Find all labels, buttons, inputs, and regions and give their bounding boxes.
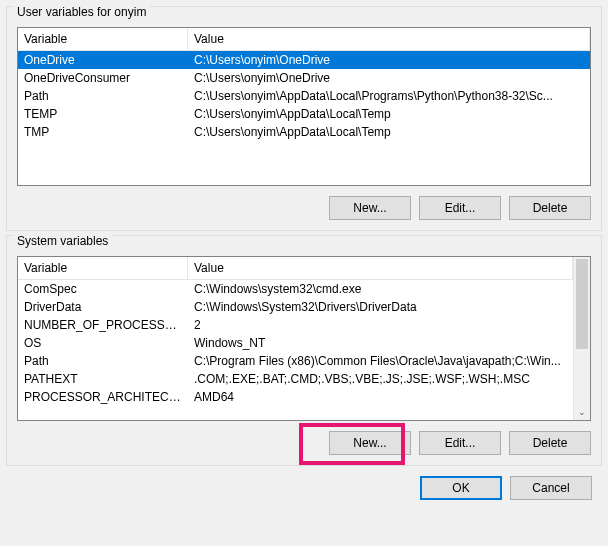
system-delete-button[interactable]: Delete — [509, 431, 591, 455]
cell-variable: ComSpec — [18, 280, 188, 298]
cell-value: C:\Users\onyim\AppData\Local\Programs\Py… — [188, 87, 590, 105]
scrollbar-thumb[interactable] — [576, 259, 588, 349]
system-new-button[interactable]: New... — [329, 431, 411, 455]
user-header-value[interactable]: Value — [188, 28, 590, 50]
user-table-body[interactable]: OneDriveC:\Users\onyim\OneDriveOneDriveC… — [18, 51, 590, 185]
user-delete-button[interactable]: Delete — [509, 196, 591, 220]
system-table-header: Variable Value — [18, 257, 573, 280]
system-header-variable[interactable]: Variable — [18, 257, 188, 280]
user-button-row: New... Edit... Delete — [17, 196, 591, 220]
table-row[interactable]: OSWindows_NT — [18, 334, 573, 352]
system-variables-table[interactable]: Variable Value ComSpecC:\Windows\system3… — [17, 256, 591, 421]
cell-variable: OneDrive — [18, 51, 188, 69]
user-variables-table[interactable]: Variable Value OneDriveC:\Users\onyim\On… — [17, 27, 591, 186]
table-row[interactable]: OneDriveConsumerC:\Users\onyim\OneDrive — [18, 69, 590, 87]
system-table-body[interactable]: ComSpecC:\Windows\system32\cmd.exeDriver… — [18, 280, 573, 420]
cell-variable: NUMBER_OF_PROCESSORS — [18, 316, 188, 334]
system-variables-label: System variables — [13, 234, 112, 248]
cell-value: C:\Windows\system32\cmd.exe — [188, 280, 573, 298]
cell-variable: Path — [18, 352, 188, 370]
cell-variable: TMP — [18, 123, 188, 141]
dialog-footer: OK Cancel — [0, 470, 608, 510]
user-variables-label: User variables for onyim — [13, 5, 150, 19]
cell-variable: OS — [18, 334, 188, 352]
ok-button[interactable]: OK — [420, 476, 502, 500]
user-new-button[interactable]: New... — [329, 196, 411, 220]
table-row[interactable]: DriverDataC:\Windows\System32\Drivers\Dr… — [18, 298, 573, 316]
table-row[interactable]: TEMPC:\Users\onyim\AppData\Local\Temp — [18, 105, 590, 123]
table-row[interactable]: OneDriveC:\Users\onyim\OneDrive — [18, 51, 590, 69]
table-row[interactable]: PathC:\Program Files (x86)\Common Files\… — [18, 352, 573, 370]
system-variables-group: System variables Variable Value ComSpecC… — [6, 235, 602, 466]
cell-variable: DriverData — [18, 298, 188, 316]
table-row[interactable]: PATHEXT.COM;.EXE;.BAT;.CMD;.VBS;.VBE;.JS… — [18, 370, 573, 388]
cell-value: C:\Users\onyim\OneDrive — [188, 51, 590, 69]
user-header-variable[interactable]: Variable — [18, 28, 188, 50]
table-row[interactable]: TMPC:\Users\onyim\AppData\Local\Temp — [18, 123, 590, 141]
system-header-value[interactable]: Value — [188, 257, 573, 280]
cell-variable: PROCESSOR_ARCHITECTURE — [18, 388, 188, 406]
system-edit-button[interactable]: Edit... — [419, 431, 501, 455]
cell-value: C:\Program Files (x86)\Common Files\Orac… — [188, 352, 573, 370]
cell-value: C:\Windows\System32\Drivers\DriverData — [188, 298, 573, 316]
cell-value: Windows_NT — [188, 334, 573, 352]
user-table-header: Variable Value — [18, 28, 590, 51]
cell-variable: TEMP — [18, 105, 188, 123]
user-variables-group: User variables for onyim Variable Value … — [6, 6, 602, 231]
cell-variable: Path — [18, 87, 188, 105]
cell-value: 2 — [188, 316, 573, 334]
scrollbar-down-icon[interactable]: ⌄ — [574, 403, 590, 420]
cell-variable: OneDriveConsumer — [18, 69, 188, 87]
table-row[interactable]: ComSpecC:\Windows\system32\cmd.exe — [18, 280, 573, 298]
cell-value: C:\Users\onyim\AppData\Local\Temp — [188, 105, 590, 123]
user-edit-button[interactable]: Edit... — [419, 196, 501, 220]
cell-variable: PATHEXT — [18, 370, 188, 388]
cell-value: C:\Users\onyim\AppData\Local\Temp — [188, 123, 590, 141]
cell-value: .COM;.EXE;.BAT;.CMD;.VBS;.VBE;.JS;.JSE;.… — [188, 370, 573, 388]
system-scrollbar[interactable]: ⌄ — [573, 257, 590, 420]
table-row[interactable]: NUMBER_OF_PROCESSORS2 — [18, 316, 573, 334]
cell-value: C:\Users\onyim\OneDrive — [188, 69, 590, 87]
cancel-button[interactable]: Cancel — [510, 476, 592, 500]
table-row[interactable]: PROCESSOR_ARCHITECTUREAMD64 — [18, 388, 573, 406]
cell-value: AMD64 — [188, 388, 573, 406]
table-row[interactable]: PathC:\Users\onyim\AppData\Local\Program… — [18, 87, 590, 105]
system-button-row: New... Edit... Delete — [17, 431, 591, 455]
